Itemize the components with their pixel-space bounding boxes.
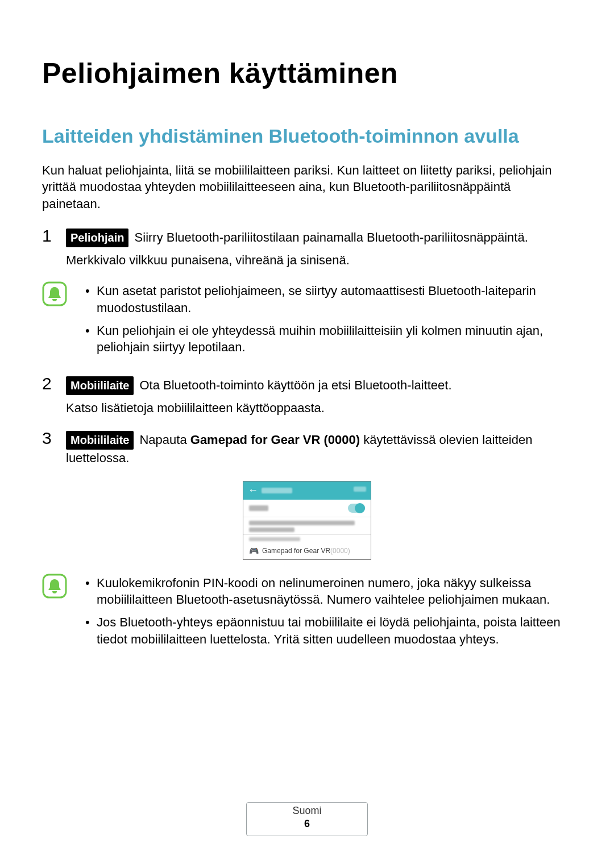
step-3: 3 Mobiililaite Napauta Gamepad for Gear …	[42, 431, 572, 467]
step-1: 1 Peliohjain Siirry Bluetooth-pariliitos…	[42, 229, 572, 269]
note-bullet: Kun peliohjain ei ole yhteydessä muihin …	[85, 322, 572, 356]
device-name-label: Gamepad for Gear VR	[262, 547, 330, 555]
back-arrow-icon: ←	[248, 484, 258, 496]
step-number: 1	[42, 226, 52, 246]
step-text: Ota Bluetooth-toiminto käyttöön ja etsi …	[139, 378, 451, 392]
toggle-on-icon	[348, 504, 365, 513]
note-block: Kun asetat paristot peliohjaimeen, se si…	[42, 283, 572, 362]
pill-mobiililaite: Mobiililaite	[66, 376, 134, 395]
phone-section-label-blur	[243, 535, 371, 542]
phone-toggle-row	[243, 500, 371, 517]
phone-device-row: 🎮 Gamepad for Gear VR (0000)	[243, 542, 371, 559]
step-2: 2 Mobiililaite Ota Bluetooth-toiminto kä…	[42, 376, 572, 417]
gamepad-icon: 🎮	[249, 546, 259, 555]
note-bullet: Jos Bluetooth-yhteys epäonnistuu tai mob…	[85, 614, 572, 647]
step-text-prefix: Napauta	[139, 433, 190, 447]
step-line: Mobiililaite Ota Bluetooth-toiminto käyt…	[66, 376, 572, 395]
note-body: Kun asetat paristot peliohjaimeen, se si…	[85, 283, 572, 362]
page: Peliohjaimen käyttäminen Laitteiden yhdi…	[0, 0, 614, 868]
note-bullet: Kuulokemikrofonin PIN-koodi on nelinumer…	[85, 575, 572, 608]
note-bell-icon	[42, 281, 67, 306]
phone-header-title-blur	[262, 488, 292, 493]
note-bullet: Kun asetat paristot peliohjaimeen, se si…	[85, 283, 572, 316]
blur-text	[249, 521, 355, 525]
page-footer: Suomi 6	[0, 802, 614, 836]
blur-text	[249, 537, 300, 541]
footer-page-number: 6	[292, 818, 321, 830]
step-line: Peliohjain Siirry Bluetooth-pariliitosti…	[66, 229, 572, 247]
phone-frame: ← 🎮 Gamepad for Gear VR (0000)	[243, 481, 371, 560]
footer-language: Suomi	[292, 805, 321, 817]
note-body: Kuulokemikrofonin PIN-koodi on nelinumer…	[85, 575, 572, 654]
step-number: 2	[42, 374, 52, 393]
section-heading: Laitteiden yhdistäminen Bluetooth-toimin…	[42, 124, 572, 148]
step-line: Katso lisätietoja mobiililaitteen käyttö…	[66, 400, 572, 417]
pill-peliohjain: Peliohjain	[66, 229, 128, 247]
phone-screenshot: ← 🎮 Gamepad for Gear VR (0000)	[42, 481, 572, 560]
phone-header: ←	[243, 481, 371, 500]
step-text-devicename: Gamepad for Gear VR (0000)	[190, 433, 360, 447]
phone-description-blur	[243, 517, 371, 535]
step-line: Mobiililaite Napauta Gamepad for Gear VR…	[66, 431, 572, 467]
device-name-suffix: (0000)	[330, 547, 350, 555]
note-bell-icon	[42, 574, 67, 599]
blur-text	[249, 505, 268, 511]
note-block: Kuulokemikrofonin PIN-koodi on nelinumer…	[42, 575, 572, 654]
pill-mobiililaite: Mobiililaite	[66, 431, 134, 450]
step-number: 3	[42, 429, 52, 448]
intro-paragraph: Kun haluat peliohjainta, liitä se mobiil…	[42, 162, 572, 213]
page-title: Peliohjaimen käyttäminen	[42, 57, 572, 90]
phone-header-more-blur	[354, 487, 366, 492]
footer-box: Suomi 6	[246, 802, 367, 836]
step-line: Merkkivalo vilkkuu punaisena, vihreänä j…	[66, 252, 572, 269]
blur-text	[249, 528, 294, 532]
step-text: Siirry Bluetooth-pariliitostilaan painam…	[135, 230, 528, 244]
